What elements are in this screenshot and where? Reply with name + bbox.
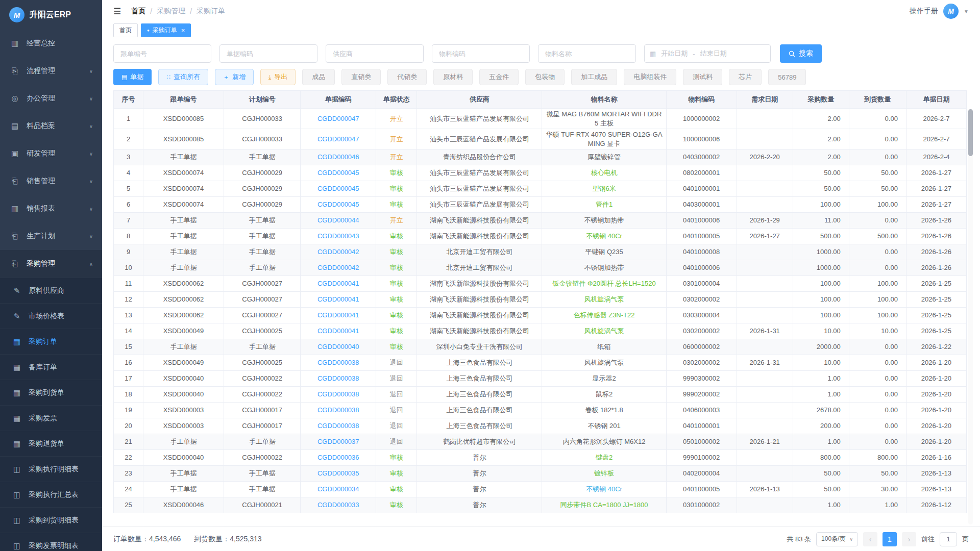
doc-code-link[interactable]: CGDD000047 bbox=[301, 129, 376, 149]
table-scrollbar[interactable] bbox=[968, 109, 973, 524]
sidebar-item-料品档案[interactable]: ▤料品档案∨ bbox=[0, 112, 102, 140]
doc-code-link[interactable]: CGDD000033 bbox=[301, 497, 376, 513]
table-row[interactable]: 17XSDD000040CGJH000022CGDD000038退回上海三色食品… bbox=[114, 371, 967, 387]
doc-code-link[interactable]: CGDD000038 bbox=[301, 418, 376, 434]
doc-code-link[interactable]: CGDD000041 bbox=[301, 323, 376, 339]
filter-input-供应商[interactable] bbox=[326, 44, 424, 63]
sidebar-item-市场价格表[interactable]: ✎市场价格表 bbox=[0, 303, 102, 329]
prev-page-button[interactable]: ‹ bbox=[863, 532, 877, 546]
table-row[interactable]: 19XSDD000003CGJH000017CGDD000038退回上海三色食品… bbox=[114, 403, 967, 418]
doc-code-link[interactable]: CGDD000035 bbox=[301, 466, 376, 482]
doc-code-link[interactable]: CGDD000034 bbox=[301, 482, 376, 497]
avatar[interactable]: M bbox=[943, 4, 959, 19]
doc-code-link[interactable]: CGDD000038 bbox=[301, 403, 376, 418]
table-row[interactable]: 14XSDD000049CGJH000025CGDD000041审核湖南飞沃新能… bbox=[114, 323, 967, 339]
table-row[interactable]: 16XSDD000049CGJH000025CGDD000038退回上海三色食品… bbox=[114, 355, 967, 371]
breadcrumb-item[interactable]: 采购管理 bbox=[157, 7, 185, 16]
category-button-加工成品[interactable]: 加工成品 bbox=[571, 69, 617, 85]
doc-code-link[interactable]: CGDD000045 bbox=[301, 197, 376, 213]
sidebar-item-采购发票明细表[interactable]: ◫采购发票明细表 bbox=[0, 533, 102, 551]
doc-code-link[interactable]: CGDD000038 bbox=[301, 387, 376, 403]
sidebar-item-采购退货单[interactable]: ▦采购退货单 bbox=[0, 431, 102, 456]
category-button-芯片[interactable]: 芯片 bbox=[729, 69, 762, 85]
sidebar-item-采购发票[interactable]: ▦采购发票 bbox=[0, 405, 102, 431]
table-row[interactable]: 8手工单据手工单据CGDD000043审核湖南飞沃新能源科技股份有限公司不锈钢 … bbox=[114, 229, 967, 244]
page-size-select[interactable]: 100条/页 ∨ bbox=[816, 532, 858, 546]
sidebar-item-采购执行汇总表[interactable]: ◫采购执行汇总表 bbox=[0, 482, 102, 507]
sidebar-item-生产计划[interactable]: ⎗生产计划∨ bbox=[0, 222, 102, 250]
doc-code-link[interactable]: CGDD000040 bbox=[301, 339, 376, 355]
table-row[interactable]: 2XSDD000085CGJH000033CGDD000047开立汕头市三辰蓝猫… bbox=[114, 129, 967, 149]
filter-input-物料编码[interactable] bbox=[432, 44, 530, 63]
sidebar-item-研发管理[interactable]: ▣研发管理∨ bbox=[0, 140, 102, 167]
table-row[interactable]: 23手工单据手工单据CGDD000035审核普尔镀锌板040200000450.… bbox=[114, 466, 967, 482]
doc-code-link[interactable]: CGDD000042 bbox=[301, 260, 376, 276]
doc-code-link[interactable]: CGDD000041 bbox=[301, 308, 376, 323]
doc-code-link[interactable]: CGDD000041 bbox=[301, 276, 376, 292]
category-button-电脑组装件[interactable]: 电脑组装件 bbox=[624, 69, 676, 85]
table-row[interactable]: 4XSDD000074CGJH000029CGDD000045审核汕头市三辰蓝猫… bbox=[114, 165, 967, 181]
collapse-menu-icon[interactable]: ☰ bbox=[113, 6, 121, 17]
doc-code-link[interactable]: CGDD000044 bbox=[301, 213, 376, 229]
search-button[interactable]: 搜索 bbox=[780, 44, 822, 63]
sidebar-item-办公管理[interactable]: ◎办公管理∨ bbox=[0, 85, 102, 112]
doc-code-link[interactable]: CGDD000037 bbox=[301, 434, 376, 450]
category-button-成品[interactable]: 成品 bbox=[302, 69, 335, 85]
doc-code-link[interactable]: CGDD000046 bbox=[301, 149, 376, 165]
table-row[interactable]: 22XSDD000040CGJH000022CGDD000036审核普尔键盘29… bbox=[114, 450, 967, 466]
table-row[interactable]: 13XSDD000062CGJH000027CGDD000041审核湖南飞沃新能… bbox=[114, 308, 967, 323]
table-row[interactable]: 12XSDD000062CGJH000027CGDD000041审核湖南飞沃新能… bbox=[114, 292, 967, 308]
table-row[interactable]: 18XSDD000040CGJH000022CGDD000038退回上海三色食品… bbox=[114, 387, 967, 403]
sidebar-item-采购到货明细表[interactable]: ◫采购到货明细表 bbox=[0, 507, 102, 533]
查询所有-button[interactable]: ∷查询所有 bbox=[158, 69, 208, 85]
table-row[interactable]: 11XSDD000062CGJH000027CGDD000041审核湖南飞沃新能… bbox=[114, 276, 967, 292]
sidebar-item-采购管理[interactable]: ⎗采购管理∧ bbox=[0, 250, 102, 278]
filter-input-跟单编号[interactable] bbox=[113, 44, 211, 63]
doc-code-link[interactable]: CGDD000047 bbox=[301, 109, 376, 129]
chevron-down-icon[interactable]: ▼ bbox=[964, 9, 969, 14]
table-row[interactable]: 1XSDD000085CGJH000033CGDD000047开立汕头市三辰蓝猫… bbox=[114, 109, 967, 129]
table-row[interactable]: 15手工单据手工单据CGDD000040审核深圳小白兔专业干洗有限公司纸箱060… bbox=[114, 339, 967, 355]
doc-code-link[interactable]: CGDD000043 bbox=[301, 229, 376, 244]
current-page-button[interactable]: 1 bbox=[883, 532, 897, 546]
table-row[interactable]: 5XSDD000074CGJH000029CGDD000045审核汕头市三辰蓝猫… bbox=[114, 181, 967, 197]
doc-code-link[interactable]: CGDD000041 bbox=[301, 292, 376, 308]
新增-button[interactable]: ＋新增 bbox=[215, 69, 254, 85]
sidebar-item-采购到货单[interactable]: ▦采购到货单 bbox=[0, 380, 102, 405]
category-button-56789[interactable]: 56789 bbox=[768, 69, 806, 85]
doc-code-link[interactable]: CGDD000045 bbox=[301, 165, 376, 181]
sidebar-item-采购订单[interactable]: ▦采购订单 bbox=[0, 329, 102, 354]
sidebar-item-销售报表[interactable]: ▥销售报表∨ bbox=[0, 195, 102, 222]
breadcrumb-item[interactable]: 首页 bbox=[131, 7, 145, 16]
doc-code-link[interactable]: CGDD000038 bbox=[301, 371, 376, 387]
table-row[interactable]: 21手工单据手工单据CGDD000037退回鹤岗比优特超市有限公司内六角花形沉头… bbox=[114, 434, 967, 450]
scrollbar-thumb[interactable] bbox=[968, 109, 973, 156]
next-page-button[interactable]: › bbox=[902, 532, 916, 546]
sidebar-item-销售管理[interactable]: ⎗销售管理∨ bbox=[0, 167, 102, 195]
date-range-picker[interactable]: ▦ 开始日期 - 结束日期 bbox=[644, 44, 771, 63]
单据-button[interactable]: ▤单据 bbox=[113, 69, 152, 85]
table-row[interactable]: 3手工单据手工单据CGDD000046开立青海纺织品股份合作公司厚壁镀锌管040… bbox=[114, 149, 967, 165]
table-row[interactable]: 7手工单据手工单据CGDD000044开立湖南飞沃新能源科技股份有限公司不锈钢加… bbox=[114, 213, 967, 229]
tab-首页[interactable]: 首页 bbox=[113, 23, 138, 37]
sidebar-item-原料供应商[interactable]: ✎原料供应商 bbox=[0, 278, 102, 303]
category-button-代销类[interactable]: 代销类 bbox=[387, 69, 427, 85]
sidebar-item-备库订单[interactable]: ▦备库订单 bbox=[0, 354, 102, 380]
doc-code-link[interactable]: CGDD000045 bbox=[301, 181, 376, 197]
sidebar-item-经营总控[interactable]: ▥经营总控 bbox=[0, 30, 102, 57]
filter-input-单据编码[interactable] bbox=[219, 44, 317, 63]
table-row[interactable]: 25XSDD000046CGJH000021CGDD000033审核普尔同步带件… bbox=[114, 497, 967, 513]
table-row[interactable]: 20XSDD000003CGJH000017CGDD000038退回上海三色食品… bbox=[114, 418, 967, 434]
tab-采购订单[interactable]: ●采购订单× bbox=[141, 23, 191, 37]
goto-page-input[interactable] bbox=[940, 532, 957, 546]
category-button-测试料[interactable]: 测试料 bbox=[683, 69, 722, 85]
category-button-原材料[interactable]: 原材料 bbox=[433, 69, 473, 85]
table-row[interactable]: 9手工单据手工单据CGDD000042审核北京开迪工贸有限公司平键钢 Q2350… bbox=[114, 244, 967, 260]
导出-button[interactable]: ⤓导出 bbox=[260, 69, 296, 85]
doc-code-link[interactable]: CGDD000038 bbox=[301, 355, 376, 371]
table-row[interactable]: 6XSDD000074CGJH000029CGDD000045审核汕头市三辰蓝猫… bbox=[114, 197, 967, 213]
table-row[interactable]: 10手工单据手工单据CGDD000042审核北京开迪工贸有限公司不锈钢加热带04… bbox=[114, 260, 967, 276]
table-row[interactable]: 24手工单据手工单据CGDD000034审核普尔不锈钢 40Cr04010000… bbox=[114, 482, 967, 497]
close-icon[interactable]: × bbox=[181, 27, 185, 34]
category-button-直销类[interactable]: 直销类 bbox=[341, 69, 381, 85]
